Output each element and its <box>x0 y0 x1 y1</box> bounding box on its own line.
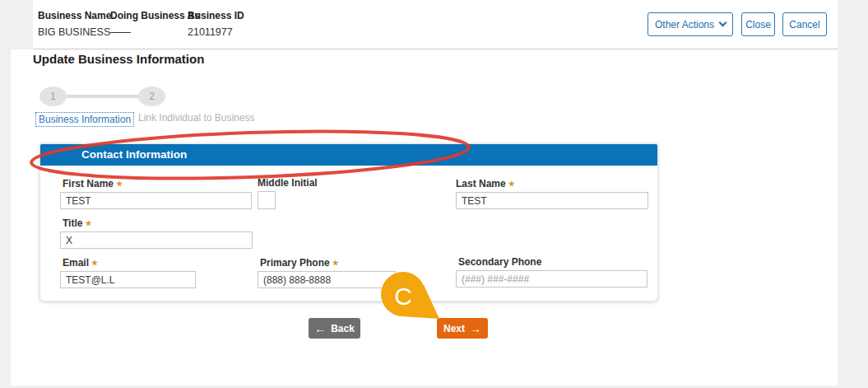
business-id-label: Business ID <box>188 8 244 23</box>
chevron-down-icon <box>719 19 727 27</box>
back-label: Back <box>331 323 355 334</box>
required-star-icon: ★ <box>85 219 91 227</box>
last-name-label: Last Name★ <box>456 178 515 189</box>
middle-initial-field[interactable] <box>258 191 276 209</box>
business-id-column: Business ID 21011977 <box>188 8 244 41</box>
contact-information-section-header: Contact Information <box>40 144 657 166</box>
required-star-icon: ★ <box>508 180 515 188</box>
email-field[interactable] <box>60 271 196 288</box>
primary-phone-field[interactable] <box>258 271 396 288</box>
page-title: Update Business Information <box>33 52 204 66</box>
doing-business-as-column: Doing Business As —— <box>110 8 200 41</box>
other-actions-button[interactable]: Other Actions <box>648 12 733 36</box>
required-star-icon: ★ <box>332 259 339 267</box>
first-name-field[interactable] <box>60 192 252 209</box>
step-1-label-business-information[interactable]: Business Information <box>35 112 134 127</box>
doing-business-as-value: —— <box>110 23 200 41</box>
first-name-label: First Name★ <box>63 178 123 189</box>
back-arrow-icon: ← <box>314 323 326 334</box>
email-label: Email★ <box>63 257 98 269</box>
required-star-icon: ★ <box>91 259 98 267</box>
secondary-phone-label: Secondary Phone <box>458 256 541 268</box>
secondary-phone-field[interactable] <box>456 270 648 287</box>
last-name-field[interactable] <box>456 192 648 209</box>
step-2-label-link-individual: Link Individual to Business <box>138 112 254 124</box>
business-header-bar: Business Name BIG BUSINESS Doing Busines… <box>33 0 838 49</box>
step-1-circle: 1 <box>39 86 67 106</box>
next-label: Next <box>443 323 465 334</box>
required-star-icon: ★ <box>116 180 123 188</box>
main-content-panel: Update Business Information 1 2 Business… <box>11 49 838 386</box>
next-button[interactable]: Next → <box>437 318 488 339</box>
doing-business-as-label: Doing Business As <box>110 8 200 23</box>
stepper-connector <box>53 95 152 98</box>
cancel-label: Cancel <box>789 19 819 30</box>
middle-initial-label: Middle Initial <box>258 177 318 189</box>
business-name-value: BIG BUSINESS <box>38 23 111 41</box>
close-label: Close <box>745 19 771 30</box>
contact-information-card: Contact Information First Name★ Middle I… <box>39 143 658 302</box>
close-button[interactable]: Close <box>741 12 775 36</box>
cancel-button[interactable]: Cancel <box>782 12 827 36</box>
title-label: Title★ <box>63 217 92 229</box>
update-business-information-page: Business Name BIG BUSINESS Doing Busines… <box>0 0 868 388</box>
business-id-value: 21011977 <box>188 23 244 41</box>
other-actions-label: Other Actions <box>655 19 714 30</box>
back-button[interactable]: ← Back <box>309 318 360 339</box>
business-name-label: Business Name <box>38 8 111 23</box>
next-arrow-icon: → <box>470 323 481 334</box>
primary-phone-label: Primary Phone★ <box>260 257 339 269</box>
title-field[interactable] <box>60 231 253 249</box>
business-name-column: Business Name BIG BUSINESS <box>38 8 111 41</box>
step-2-circle: 2 <box>138 86 165 106</box>
